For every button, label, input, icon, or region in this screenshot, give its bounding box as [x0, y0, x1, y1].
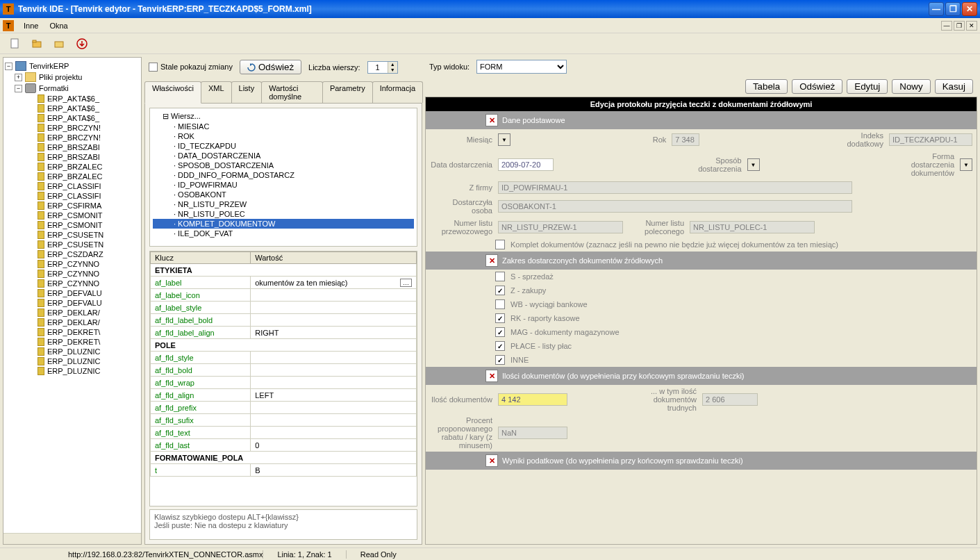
- horizontal-scrollbar[interactable]: [3, 533, 141, 544]
- tree-item[interactable]: ERP_CLASSIFI: [47, 182, 101, 190]
- nrprzew-field[interactable]: NR_LISTU_PRZEW-1: [498, 221, 623, 233]
- tree-item[interactable]: ERP_BRZALEC: [47, 172, 102, 181]
- prop-key[interactable]: af_label_style: [151, 302, 251, 314]
- field-item[interactable]: · KOMPLET_DOKUMENTOW: [153, 219, 414, 229]
- tree-item[interactable]: ERP_CZYNNO: [47, 279, 99, 288]
- tree-item[interactable]: ERP_CSMONIT: [47, 211, 102, 220]
- chk-mag[interactable]: [495, 327, 505, 337]
- miesiac-dropdown[interactable]: ▼: [498, 133, 510, 146]
- maximize-button[interactable]: ❐: [945, 2, 961, 16]
- field-item[interactable]: · MIESIAC: [153, 122, 414, 131]
- field-item[interactable]: · DATA_DOSTARCZENIA: [153, 151, 414, 160]
- chk-wb[interactable]: [495, 299, 505, 309]
- zfirmy-field[interactable]: ID_POWFIRMAU-1: [498, 181, 852, 194]
- tree-item[interactable]: ERP_CSUSETN: [47, 231, 103, 239]
- field-item[interactable]: · NR_LISTU_PRZEW: [153, 199, 414, 209]
- tree-item[interactable]: ERP_CZYNNO: [47, 270, 99, 278]
- tab-xml[interactable]: XML: [201, 81, 232, 103]
- prop-key[interactable]: af_fld_last: [151, 439, 251, 452]
- komplet-checkbox[interactable]: [495, 240, 505, 249]
- tree-item[interactable]: ERP_DLUZNIC: [47, 347, 100, 356]
- tree-item[interactable]: ERP_DEFVALU: [47, 289, 102, 297]
- close-button[interactable]: ✕: [962, 2, 977, 16]
- rok-field[interactable]: 7 348: [672, 133, 699, 146]
- close-section-icon[interactable]: ✕: [485, 370, 498, 382]
- prop-value[interactable]: 0: [251, 439, 417, 452]
- refresh-button[interactable]: Odśwież: [240, 60, 301, 74]
- tree-folder[interactable]: Formatki: [39, 84, 69, 92]
- prop-value[interactable]: LEFT: [251, 389, 417, 402]
- tree-item[interactable]: ERP_DEKRET\: [47, 328, 100, 336]
- tree-item[interactable]: ERP_DLUZNIC: [47, 357, 100, 365]
- tabela-button[interactable]: Tabela: [745, 79, 788, 94]
- menu-okna[interactable]: Okna: [44, 20, 73, 31]
- tab-wlasciwosci[interactable]: Właściwości: [144, 81, 201, 104]
- field-item[interactable]: · ROK: [153, 131, 414, 141]
- tree-item[interactable]: ERP_DEKLAR/: [47, 308, 100, 317]
- tree-root[interactable]: TenvirkERP: [29, 62, 69, 70]
- close-section-icon[interactable]: ✕: [485, 454, 498, 467]
- prop-value[interactable]: [251, 314, 417, 327]
- nrpolec-field[interactable]: NR_LISTU_POLEC-1: [690, 221, 815, 233]
- prop-key[interactable]: af_fld_sufix: [151, 414, 251, 427]
- field-item[interactable]: · ID_POWFIRMAU: [153, 180, 414, 190]
- tree-item[interactable]: ERP_DEKRET\: [47, 338, 100, 346]
- prop-value[interactable]: [251, 377, 417, 389]
- forma-dropdown[interactable]: ▼: [960, 158, 972, 171]
- project-tree[interactable]: −TenvirkERP +Pliki projektu −Formatki ER…: [3, 58, 141, 533]
- download-icon[interactable]: [74, 35, 90, 52]
- sposob-dropdown[interactable]: ▼: [747, 158, 760, 171]
- field-tree-root[interactable]: ⊟ Wiersz...: [153, 111, 414, 122]
- menu-inne[interactable]: Inne: [18, 20, 44, 31]
- minimize-button[interactable]: —: [929, 2, 944, 16]
- indeks-field[interactable]: ID_TECZKAPDU-1: [889, 133, 972, 146]
- tree-item[interactable]: ERP_BRCZYN!: [47, 133, 101, 142]
- chk-z[interactable]: [495, 286, 505, 295]
- spin-up-icon[interactable]: ▲: [388, 62, 397, 67]
- procent-field[interactable]: NaN: [498, 427, 567, 439]
- prop-value[interactable]: [251, 289, 417, 302]
- field-item[interactable]: · ILE_DOK_FVAT: [153, 229, 414, 238]
- data-field[interactable]: 2009-07-20: [498, 158, 554, 171]
- spin-down-icon[interactable]: ▼: [388, 67, 397, 73]
- tree-item[interactable]: ERP_CSFIRMA: [47, 201, 101, 210]
- prop-key[interactable]: af_fld_wrap: [151, 377, 251, 389]
- chk-inne[interactable]: [495, 355, 505, 365]
- ellipsis-button[interactable]: …: [400, 279, 412, 287]
- mdi-minimize[interactable]: —: [941, 21, 952, 31]
- field-tree[interactable]: ⊟ Wiersz... · MIESIAC· ROK· ID_TECZKAPDU…: [149, 108, 417, 247]
- tree-item[interactable]: ERP_CSUSETN: [47, 240, 103, 249]
- trudne-field[interactable]: 2 606: [702, 393, 758, 406]
- chk-rk[interactable]: [495, 313, 505, 323]
- prop-key[interactable]: af_fld_text: [151, 427, 251, 439]
- edytuj-button[interactable]: Edytuj: [847, 79, 888, 94]
- property-grid[interactable]: KluczWartość ETYKIETAaf_labelokumentów z…: [149, 251, 417, 507]
- collapse-icon[interactable]: −: [15, 85, 22, 92]
- prop-key[interactable]: af_fld_label_bold: [151, 314, 251, 327]
- odswiez-button[interactable]: Odśwież: [792, 79, 842, 94]
- tab-listy[interactable]: Listy: [231, 81, 263, 103]
- field-item[interactable]: · SPOSOB_DOSTARCZENIA: [153, 160, 414, 170]
- tree-item[interactable]: ERP_AKTA$6_: [47, 104, 99, 113]
- close-section-icon[interactable]: ✕: [485, 114, 498, 126]
- chk-s[interactable]: [495, 272, 505, 281]
- dosob-field[interactable]: OSOBAKONT-1: [498, 200, 852, 213]
- tree-item[interactable]: ERP_BRSZABI: [47, 143, 100, 151]
- tree-item[interactable]: ERP_AKTA$6_: [47, 94, 99, 103]
- prop-key[interactable]: af_fld_bold: [151, 364, 251, 377]
- tree-item[interactable]: ERP_BRSZABI: [47, 153, 100, 161]
- prop-key[interactable]: af_fld_label_align: [151, 327, 251, 339]
- field-item[interactable]: · ID_TECZKAPDU: [153, 141, 414, 151]
- prop-value[interactable]: [251, 427, 417, 439]
- tab-informacja[interactable]: Informacja: [372, 81, 423, 103]
- nowy-button[interactable]: Nowy: [892, 79, 930, 94]
- row-count-spinner[interactable]: ▲▼: [367, 61, 398, 74]
- prop-value[interactable]: [251, 364, 417, 377]
- prop-key[interactable]: af_label: [151, 277, 251, 289]
- tree-item[interactable]: ERP_CZYNNO: [47, 260, 99, 268]
- ilosc-field[interactable]: 4 142: [498, 393, 567, 406]
- view-type-select[interactable]: FORM: [476, 60, 567, 74]
- mdi-restore[interactable]: ❐: [954, 21, 965, 31]
- expand-icon[interactable]: −: [5, 63, 13, 70]
- prop-value[interactable]: okumentów za ten miesiąc)…: [251, 277, 417, 289]
